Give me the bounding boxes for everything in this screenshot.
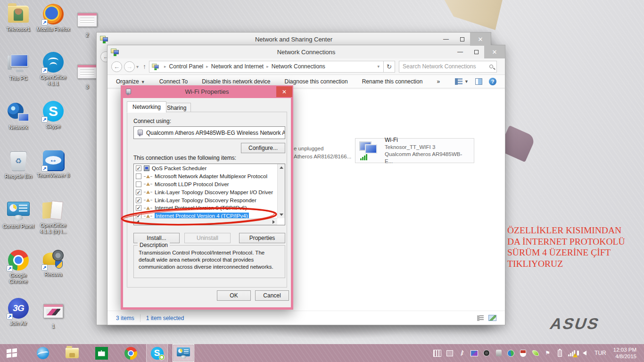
network-status-icon[interactable] <box>568 349 576 357</box>
cancel-button[interactable]: Cancel <box>255 290 289 301</box>
ok-button[interactable]: OK <box>217 290 251 301</box>
diagnose-button[interactable]: Diagnose this connection <box>285 78 348 85</box>
battery-icon[interactable] <box>556 349 564 357</box>
search-box[interactable]: Search Network Connections <box>399 61 497 73</box>
checkbox[interactable] <box>136 189 141 195</box>
scroll-up-icon[interactable] <box>280 166 283 169</box>
desktop-icon-recuva[interactable]: ↗ Recuva <box>36 248 71 278</box>
checkbox[interactable] <box>136 205 141 211</box>
language-indicator[interactable]: TUR <box>594 350 606 356</box>
minimize-button[interactable]: — <box>452 45 468 58</box>
scroll-left-icon[interactable] <box>137 220 139 224</box>
close-button[interactable]: ✕ <box>470 33 491 46</box>
taskbar-file-explorer[interactable] <box>61 344 83 362</box>
view-dropdown-icon[interactable]: ▼ <box>464 79 469 84</box>
checkbox[interactable] <box>136 197 141 203</box>
taskbar-clock[interactable]: 12:03 PM 4/8/2015 <box>613 346 636 360</box>
change-view-icon[interactable] <box>455 78 462 85</box>
protocol-list[interactable]: QoS Packet Scheduler Microsoft Network A… <box>133 164 285 225</box>
minimize-button[interactable]: — <box>438 33 454 46</box>
address-dropdown-icon[interactable]: ▾ <box>376 64 382 69</box>
details-view-icon[interactable] <box>477 315 484 321</box>
taskbar-control-panel[interactable] <box>173 344 194 362</box>
preview-pane-icon[interactable] <box>475 78 482 85</box>
checkbox[interactable] <box>136 173 141 179</box>
taskbar-store[interactable] <box>91 344 112 362</box>
uninstall-button[interactable]: Uninstall <box>184 233 231 243</box>
close-icon[interactable]: ✕ <box>276 86 292 97</box>
security-shield-icon[interactable] <box>519 349 527 357</box>
close-button[interactable]: ✕ <box>484 45 505 58</box>
list-item[interactable]: QoS Packet Scheduler <box>134 165 277 173</box>
desktop-icon-recycle-bin[interactable]: Recycle Bin <box>1 150 36 180</box>
back-button[interactable]: ← <box>111 61 122 72</box>
touch-keyboard-icon[interactable] <box>433 349 441 357</box>
connect-to-button[interactable]: Connect To <box>159 78 188 85</box>
breadcrumb-network-connections[interactable]: Network Connections <box>272 63 325 70</box>
list-item[interactable]: Link-Layer Topology Discovery Mapper I/O… <box>134 188 277 196</box>
disable-device-button[interactable]: Disable this network device <box>202 78 270 85</box>
display-icon[interactable] <box>470 349 478 357</box>
vertical-scrollbar[interactable] <box>277 164 285 218</box>
organize-menu[interactable]: Organize▼ <box>116 78 145 85</box>
maximize-button[interactable] <box>468 45 484 58</box>
help-icon[interactable]: ? <box>489 78 496 85</box>
desktop-icon-join-air[interactable]: 3G↗ Join Air <box>1 297 36 327</box>
list-item[interactable]: Microsoft Network Adapter Multiplexor Pr… <box>134 173 277 181</box>
lime-icon[interactable] <box>531 349 539 357</box>
refresh-button[interactable]: ↻ <box>384 61 395 73</box>
desktop-icon-this-pc[interactable]: This PC <box>1 52 36 82</box>
rename-button[interactable]: Rename this connection <box>362 78 423 85</box>
desktop-icon-firefox[interactable]: ↗ Mozilla Firefox <box>36 3 71 33</box>
window-titlebar[interactable]: Network and Sharing Center — ✕ <box>97 33 491 46</box>
desktop-icon-teknosor1[interactable]: Teknosor1 <box>1 3 36 33</box>
breadcrumb-control-panel[interactable]: Control Panel <box>169 63 204 70</box>
wifi-connection-item[interactable]: Wi-Fi Teknosor_TT_WIFI 3 Qualcomm Athero… <box>355 138 474 163</box>
taskbar-ie[interactable] <box>32 344 54 362</box>
action-flag-icon[interactable]: ⚑ <box>544 349 552 357</box>
list-item-ipv4[interactable]: Internet Protocol Version 4 (TCP/IPv4) <box>134 212 277 218</box>
updater-icon[interactable] <box>507 349 515 357</box>
bluetooth-icon[interactable]: ᛒ <box>458 349 466 357</box>
list-item[interactable]: Microsoft LLDP Protocol Driver <box>134 181 277 189</box>
ethernet-item-fragment[interactable]: e unplugged Atheros AR8162/8166... <box>294 145 351 161</box>
forward-button[interactable]: → <box>124 61 135 72</box>
desktop-icon-skype[interactable]: S↗ Skype <box>36 100 71 130</box>
taskbar-skype[interactable]: S <box>146 344 168 362</box>
properties-button[interactable]: Properties <box>239 233 285 243</box>
smart-gesture-icon[interactable] <box>482 349 490 357</box>
tab-networking[interactable]: Networking <box>127 101 166 113</box>
list-item[interactable]: Internet Protocol Version 6 (TCP/IPv6) <box>134 204 277 212</box>
desktop-icon-image-1[interactable]: 1 <box>36 300 71 329</box>
thumbnail-view-icon[interactable] <box>488 315 496 321</box>
desktop-icon-network[interactable]: Network <box>1 101 36 131</box>
configure-button[interactable]: Configure... <box>241 143 285 153</box>
desktop-icon-teamviewer[interactable]: ↗ TeamViewer 8 <box>36 149 71 179</box>
more-commands-button[interactable]: » <box>437 78 440 85</box>
dialog-titlebar[interactable]: Wi-Fi Properties ✕ <box>121 85 293 98</box>
checkbox[interactable] <box>136 165 141 171</box>
checkbox[interactable] <box>136 181 141 187</box>
start-button[interactable] <box>0 344 24 362</box>
address-bar[interactable]: ▸ Control Panel ▸ Network and Internet ▸… <box>149 61 384 73</box>
desktop-icon-openoffice-tr[interactable]: OpenOffice 4.1.1 (tr) I... <box>36 199 71 235</box>
checkbox[interactable] <box>136 213 141 218</box>
desktop-icon-control-panel[interactable]: Control Panel <box>1 200 36 230</box>
search-icon[interactable] <box>489 65 493 68</box>
volume-icon[interactable] <box>580 349 588 357</box>
history-dropdown-icon[interactable]: ▾ <box>136 64 139 69</box>
window-titlebar[interactable]: Network Connections — ✕ <box>107 45 505 58</box>
scroll-down-icon[interactable] <box>280 214 283 216</box>
list-item[interactable]: Link-Layer Topology Discovery Responder <box>134 196 277 204</box>
breadcrumb-network-and-internet[interactable]: Network and Internet <box>211 63 264 70</box>
desktop-icon-openoffice[interactable]: ↗ OpenOffice 4.1.1 <box>36 51 71 87</box>
horizontal-scrollbar[interactable] <box>134 218 277 225</box>
desktop-icon-chrome[interactable]: ↗ Google Chrome <box>1 249 36 285</box>
maximize-button[interactable] <box>454 33 470 46</box>
show-desktop-icon[interactable] <box>446 349 454 357</box>
up-button[interactable]: ↑ <box>143 63 146 70</box>
scroll-right-icon[interactable] <box>272 220 275 224</box>
taskbar-chrome[interactable] <box>120 344 141 362</box>
adapter-field[interactable]: Qualcomm Atheros AR9485WB-EG Wireless Ne… <box>133 126 285 139</box>
usb-icon[interactable] <box>495 349 503 357</box>
